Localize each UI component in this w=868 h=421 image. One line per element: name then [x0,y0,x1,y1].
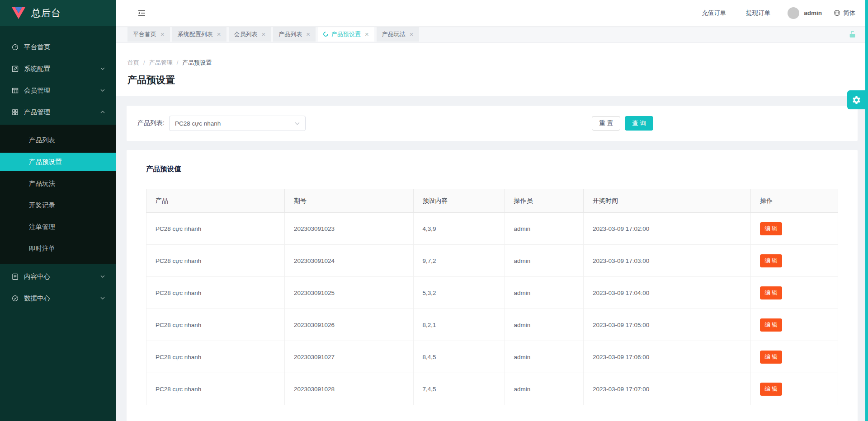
breadcrumb-item-产品预设置: 产品预设置 [182,59,212,66]
reset-button[interactable]: 重 置 [592,116,620,131]
vue-logo-icon [12,7,25,19]
cell-period: 202303091028 [285,373,414,405]
edit-button[interactable]: 编 辑 [760,286,782,299]
unlock-icon[interactable] [849,30,856,38]
cell-operator: admin [505,277,583,309]
table-card: 产品预设值 产品期号预设内容操作员开奖时间操作 PC28 cực nhanh20… [127,150,858,421]
cell-period: 202303091023 [285,213,414,245]
close-icon[interactable]: × [217,31,221,37]
scrollbar-thumb[interactable] [865,0,868,421]
cell-period: 202303091027 [285,341,414,373]
cell-preset: 7,4,5 [413,373,505,405]
username[interactable]: admin [804,9,822,16]
sidebar-subitem-产品玩法[interactable]: 产品玩法 [0,174,116,192]
sidebar: 总后台 平台首页系统配置会员管理产品管理产品列表产品预设置产品玩法开奖记录注单管… [0,0,116,421]
sidebar-item-label: 内容中心 [24,272,100,281]
sidebar-item-平台首页[interactable]: 平台首页 [0,38,116,56]
chevron-down-icon [100,67,105,70]
recharge-orders-link[interactable]: 充值订单 [702,9,726,17]
sidebar-item-数据中心[interactable]: 数据中心 [0,289,116,307]
tab-产品玩法[interactable]: 产品玩法× [377,27,419,42]
sidebar-item-内容中心[interactable]: 内容中心 [0,267,116,285]
tab-产品列表[interactable]: 产品列表× [273,27,316,42]
column-header-预设内容: 预设内容 [413,189,505,213]
product-select[interactable]: PC28 cực nhanh [169,116,306,131]
cell-preset: 9,7,2 [413,245,505,277]
sidebar-item-系统配置[interactable]: 系统配置 [0,60,116,78]
sidebar-item-label: 平台首页 [24,43,105,51]
close-icon[interactable]: × [365,31,369,37]
cell-operator: admin [505,213,583,245]
table-icon [11,87,19,94]
query-button[interactable]: 查 询 [625,116,653,131]
cell-operator: admin [505,245,583,277]
breadcrumb-item-产品管理[interactable]: 产品管理 [149,59,173,66]
cell-preset: 8,4,5 [413,341,505,373]
appstore-icon [11,108,19,116]
cell-product: PC28 cực nhanh [146,309,285,341]
sidebar-subitem-产品预设置[interactable]: 产品预设置 [0,153,116,171]
language-switcher[interactable]: 简体 [834,9,855,17]
chevron-down-icon [100,275,105,278]
sidebar-subitem-产品列表[interactable]: 产品列表 [0,131,116,149]
sidebar-menu: 平台首页系统配置会员管理产品管理产品列表产品预设置产品玩法开奖记录注单管理即时注… [0,26,116,307]
cell-operator: admin [505,373,583,405]
table-row: PC28 cực nhanh2023030910255,3,2admin2023… [146,277,838,309]
breadcrumb: 首页/产品管理/产品预设置 [127,59,856,67]
cell-preset: 4,3,9 [413,213,505,245]
tab-平台首页[interactable]: 平台首页× [127,27,170,42]
cell-actions: 编 辑 [751,213,838,245]
tab-系统配置列表[interactable]: 系统配置列表× [172,27,226,42]
cell-actions: 编 辑 [751,341,838,373]
filter-card: 产品列表: PC28 cực nhanh 重 置 查 询 [127,106,858,141]
close-icon[interactable]: × [262,31,266,37]
edit-square-icon [11,65,19,72]
column-header-操作员: 操作员 [505,189,583,213]
breadcrumb-item-首页[interactable]: 首页 [127,59,139,66]
tab-label: 产品预设置 [331,30,361,38]
sidebar-subitem-注单管理[interactable]: 注单管理 [0,218,116,236]
withdraw-orders-link[interactable]: 提现订单 [746,9,770,17]
cell-period: 202303091026 [285,309,414,341]
edit-button[interactable]: 编 辑 [760,383,782,396]
page-title: 产品预设置 [127,74,856,86]
settings-button[interactable] [847,90,865,109]
column-header-操作: 操作 [751,189,838,213]
table-row: PC28 cực nhanh2023030910268,2,1admin2023… [146,309,838,341]
avatar[interactable] [788,7,799,19]
close-icon[interactable]: × [160,31,165,37]
edit-button[interactable]: 编 辑 [760,254,782,267]
sidebar-subitem-即时注单[interactable]: 即时注单 [0,239,116,257]
filter-label: 产品列表: [137,119,165,127]
language-label: 简体 [843,9,855,17]
edit-button[interactable]: 编 辑 [760,222,782,235]
cell-period: 202303091025 [285,277,414,309]
close-icon[interactable]: × [410,31,414,37]
breadcrumb-separator: / [143,59,145,66]
sidebar-item-会员管理[interactable]: 会员管理 [0,81,116,99]
dashboard-icon [11,43,19,51]
sidebar-item-label: 会员管理 [24,86,100,95]
table-row: PC28 cực nhanh2023030910249,7,2admin2023… [146,245,838,277]
page-head: 首页/产品管理/产品预设置 产品预设置 [116,43,868,96]
menu-fold-icon[interactable] [137,9,146,17]
cell-product: PC28 cực nhanh [146,341,285,373]
table-header-row: 产品期号预设内容操作员开奖时间操作 [146,189,838,213]
tab-bar: 平台首页×系统配置列表×会员列表×产品列表×产品预设置×产品玩法× [116,26,868,43]
sidebar-item-label: 系统配置 [24,65,100,73]
tab-产品预设置[interactable]: 产品预设置× [318,27,374,42]
edit-button[interactable]: 编 辑 [760,318,782,332]
tab-label: 产品玩法 [382,30,406,38]
tab-label: 平台首页 [133,30,156,38]
cell-actions: 编 辑 [751,277,838,309]
cell-draw_time: 2023-03-09 17:02:00 [583,213,750,245]
cell-operator: admin [505,309,583,341]
cell-period: 202303091024 [285,245,414,277]
tab-会员列表[interactable]: 会员列表× [229,27,271,42]
edit-button[interactable]: 编 辑 [760,351,782,364]
close-icon[interactable]: × [306,31,310,37]
sidebar-subitem-开奖记录[interactable]: 开奖记录 [0,196,116,214]
globe-icon [834,9,840,16]
column-header-期号: 期号 [285,189,414,213]
sidebar-item-产品管理[interactable]: 产品管理 [0,103,116,121]
